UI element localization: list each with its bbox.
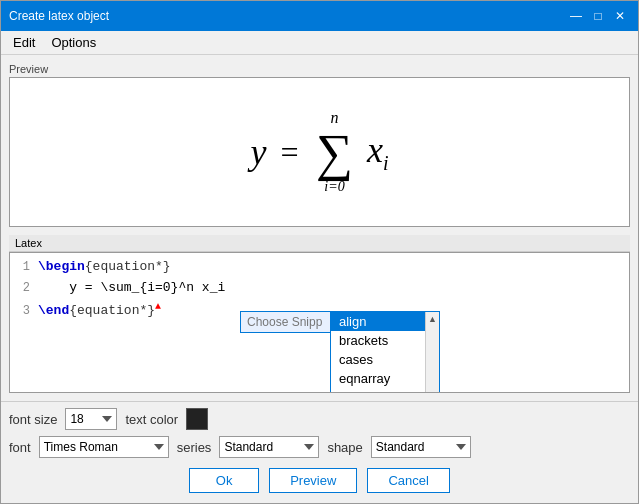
close-button[interactable]: ✕ [610, 6, 630, 26]
sum-symbol: n ∑ i=0 [316, 109, 353, 195]
preview-section: Preview y = n ∑ i=0 xi [9, 63, 630, 227]
shape-select[interactable]: Standard Italic [371, 436, 471, 458]
font-size-label: font size [9, 412, 57, 427]
window-title: Create latex object [9, 9, 566, 23]
dropdown-scrollbar[interactable]: ▲ ▼ [425, 312, 439, 393]
scroll-up-arrow[interactable]: ▲ [426, 312, 439, 326]
preview-label: Preview [9, 63, 630, 75]
footer: font size 18 12 14 16 20 24 text color f… [1, 401, 638, 503]
cancel-button[interactable]: Cancel [367, 468, 449, 493]
line-num-2: 2 [10, 279, 38, 298]
preview-box: y = n ∑ i=0 xi [9, 77, 630, 227]
button-row: Ok Preview Cancel [9, 464, 630, 497]
sum-lower: i=0 [324, 179, 344, 195]
line-content-1: \begin{equation*} [38, 257, 625, 278]
title-bar: Create latex object — □ ✕ [1, 1, 638, 31]
line-2: 2 y = \sum_{i=0}^n x_i [10, 278, 625, 299]
latex-section: Latex 1 \begin{equation*} 2 y = \sum_{i=… [9, 235, 630, 393]
series-label: series [177, 440, 212, 455]
dialog-window: Create latex object — □ ✕ Edit Options P… [0, 0, 639, 504]
minimize-button[interactable]: — [566, 6, 586, 26]
autocomplete-item-align[interactable]: align [331, 312, 439, 331]
end-keyword: \end [38, 303, 69, 318]
line-content-2: y = \sum_{i=0}^n x_i [38, 278, 625, 299]
sum-glyph: ∑ [316, 127, 353, 179]
equation-display: y = n ∑ i=0 xi [250, 109, 388, 195]
window-controls: — □ ✕ [566, 6, 630, 26]
x-sub-i: xi [367, 129, 389, 175]
ok-button[interactable]: Ok [189, 468, 259, 493]
autocomplete-item-cases[interactable]: cases [331, 350, 439, 369]
line-num-1: 1 [10, 258, 38, 277]
latex-editor-box[interactable]: 1 \begin{equation*} 2 y = \sum_{i=0}^n x… [9, 252, 630, 393]
autocomplete-dropdown[interactable]: align brackets cases eqnarray equation ▲… [330, 311, 440, 393]
autocomplete-item-eqnarray[interactable]: eqnarray [331, 369, 439, 388]
font-select[interactable]: Times Roman Arial Helvetica Courier [39, 436, 169, 458]
snippet-input[interactable] [240, 311, 330, 333]
font-label: font [9, 440, 31, 455]
autocomplete-overlay: align brackets cases eqnarray equation ▲… [240, 311, 440, 393]
error-marker: ▲ [155, 301, 161, 312]
line-1: 1 \begin{equation*} [10, 257, 625, 278]
menu-bar: Edit Options [1, 31, 638, 55]
font-size-row: font size 18 12 14 16 20 24 text color [9, 408, 630, 430]
series-select[interactable]: Standard Bold [219, 436, 319, 458]
begin-keyword: \begin [38, 259, 85, 274]
font-size-select[interactable]: 18 12 14 16 20 24 [65, 408, 117, 430]
autocomplete-item-brackets[interactable]: brackets [331, 331, 439, 350]
color-picker[interactable] [186, 408, 208, 430]
text-color-label: text color [125, 412, 178, 427]
autocomplete-item-equation[interactable]: equation [331, 388, 439, 393]
menu-edit[interactable]: Edit [5, 33, 43, 52]
content-area: Preview y = n ∑ i=0 xi Latex [1, 55, 638, 401]
y-var: y [250, 131, 266, 173]
line-num-3: 3 [10, 302, 38, 321]
preview-button[interactable]: Preview [269, 468, 357, 493]
menu-options[interactable]: Options [43, 33, 104, 52]
equals-sign: = [278, 134, 300, 171]
shape-label: shape [327, 440, 362, 455]
font-row: font Times Roman Arial Helvetica Courier… [9, 436, 630, 458]
maximize-button[interactable]: □ [588, 6, 608, 26]
latex-label: Latex [9, 235, 630, 252]
